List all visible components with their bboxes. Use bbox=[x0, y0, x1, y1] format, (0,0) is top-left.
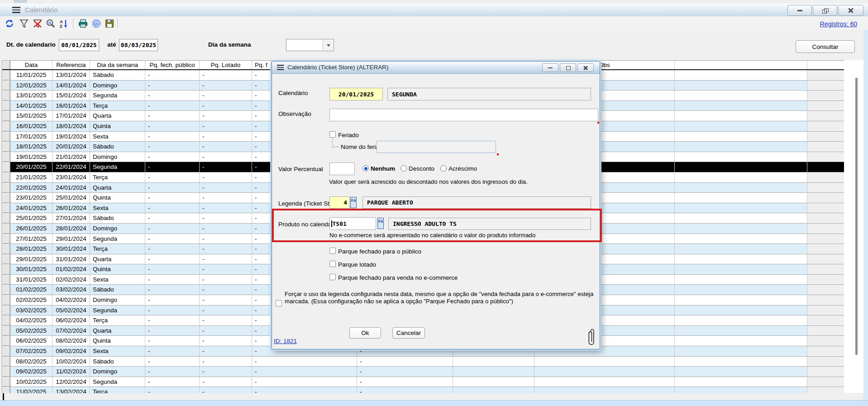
vertical-scrollbar[interactable] bbox=[855, 78, 858, 355]
cell-pq_fech: - bbox=[145, 326, 200, 336]
dialog-menu-hamburger-icon[interactable] bbox=[277, 65, 284, 71]
cell-pq_fech: - bbox=[145, 81, 200, 91]
valor-percentual-input[interactable] bbox=[329, 162, 355, 175]
column-header-sel[interactable] bbox=[2, 61, 10, 69]
calendario-date-input[interactable]: 20/01/2025 bbox=[329, 88, 383, 100]
cell-sel bbox=[2, 70, 10, 80]
table-row[interactable]: 09/02/202511/02/2024Domingo---- bbox=[2, 367, 844, 377]
nome-feriado-input[interactable] bbox=[377, 141, 496, 153]
feriado-label: Feriado bbox=[338, 132, 359, 139]
print-icon[interactable] bbox=[77, 18, 89, 29]
radio-desconto[interactable] bbox=[401, 165, 407, 172]
weekday-select[interactable] bbox=[286, 39, 334, 51]
registros-link[interactable]: Registros: 60 bbox=[820, 20, 857, 28]
cell-ref: 14/01/2024 bbox=[52, 81, 90, 91]
id-link[interactable]: ID: 1821 bbox=[274, 338, 297, 344]
cell-data: 12/01/2025 bbox=[10, 81, 52, 91]
observacao-input[interactable] bbox=[329, 109, 598, 121]
cell-pq_fech: - bbox=[145, 254, 200, 264]
minimize-button[interactable] bbox=[787, 5, 812, 16]
search-icon[interactable]: n bbox=[45, 18, 57, 29]
cell-pq_lotado: - bbox=[200, 81, 252, 91]
paperclip-icon[interactable] bbox=[588, 329, 595, 349]
dialog-restore-button[interactable] bbox=[560, 63, 576, 72]
cell-data: 01/02/2025 bbox=[10, 285, 52, 295]
column-header-data[interactable]: Data bbox=[10, 61, 52, 69]
cell-sel bbox=[2, 213, 10, 223]
radio-acrescimo[interactable] bbox=[440, 165, 447, 172]
feriado-connector bbox=[332, 139, 339, 147]
ok-button[interactable]: Ok bbox=[349, 327, 381, 339]
cell-fill bbox=[807, 346, 844, 356]
cell-dia: Sábado bbox=[90, 70, 145, 80]
parque-fechado-publico-checkbox[interactable] bbox=[329, 248, 336, 254]
cancelar-button[interactable]: Cancelar bbox=[392, 327, 425, 339]
restore-button[interactable] bbox=[813, 5, 837, 16]
cell-pq_fech: - bbox=[145, 111, 200, 121]
cell-pq_fech: - bbox=[145, 285, 200, 295]
column-header-ref[interactable]: Referencia bbox=[52, 61, 90, 69]
dialog-minimize-button[interactable] bbox=[542, 63, 558, 72]
cell-dia: Sábado bbox=[90, 142, 145, 152]
filter-clear-icon[interactable] bbox=[32, 18, 43, 29]
column-header-dia[interactable]: Dia da semana bbox=[90, 61, 145, 69]
refresh-icon[interactable] bbox=[4, 18, 15, 29]
produto-code-input[interactable]: TS01 bbox=[329, 217, 376, 230]
required-marker bbox=[597, 122, 599, 124]
cell-c10 bbox=[675, 234, 807, 244]
cell-pq_lotado: - bbox=[200, 183, 252, 193]
save-icon[interactable] bbox=[104, 18, 115, 29]
column-header-c10[interactable] bbox=[675, 61, 807, 69]
filter-icon[interactable] bbox=[18, 18, 30, 29]
dialog-close-button[interactable] bbox=[577, 63, 594, 72]
cell-sel bbox=[2, 315, 10, 325]
cell-pq_lotado: - bbox=[200, 121, 252, 131]
cell-dia: Domingo bbox=[90, 224, 145, 234]
cell-ref: 13/02/2024 bbox=[52, 387, 90, 393]
cell-c8 bbox=[453, 367, 534, 377]
cell-data: 22/01/2025 bbox=[10, 183, 52, 193]
consultar-button[interactable]: Consultar bbox=[796, 40, 855, 53]
parque-lotado-checkbox[interactable] bbox=[329, 261, 336, 267]
column-header-pq_fech[interactable]: Pq. fech. público bbox=[145, 61, 200, 69]
cell-sel bbox=[2, 91, 10, 100]
cell-fill bbox=[807, 264, 844, 274]
date-from-input[interactable]: 08/01/2025 bbox=[59, 39, 99, 51]
cell-data: 28/01/2025 bbox=[10, 244, 52, 254]
cell-dia: Quinta bbox=[90, 264, 145, 274]
cell-dia: Segunda bbox=[90, 234, 145, 244]
cell-ref: 10/02/2024 bbox=[52, 357, 90, 367]
cell-pq_lotado: - bbox=[200, 357, 252, 367]
produto-f4-button[interactable]: F4 bbox=[377, 218, 384, 229]
column-header-pq_lotado[interactable]: Pq. Lotado bbox=[200, 61, 252, 69]
forcar-legenda-checkbox[interactable] bbox=[276, 300, 282, 306]
legenda-f4-button[interactable]: F4 bbox=[350, 197, 357, 208]
cell-pq_fech: - bbox=[145, 346, 200, 356]
sort-az-icon[interactable]: AZ bbox=[58, 18, 70, 29]
cell-data: 17/01/2025 bbox=[10, 132, 52, 142]
cell-sel bbox=[2, 377, 10, 387]
column-header-fill[interactable] bbox=[807, 61, 844, 69]
menu-hamburger-icon[interactable] bbox=[12, 7, 20, 14]
table-row[interactable]: 08/02/202510/02/2024Sábado---- bbox=[2, 357, 844, 367]
feriado-checkbox[interactable] bbox=[329, 131, 336, 138]
cell-data: 05/02/2025 bbox=[10, 326, 52, 336]
radio-nenhum[interactable] bbox=[362, 165, 369, 172]
date-until-input[interactable]: 08/03/2025 bbox=[119, 39, 158, 51]
cell-data: 18/01/2025 bbox=[10, 142, 52, 152]
cell-fill bbox=[807, 234, 844, 244]
dialog-titlebar[interactable]: Calendário (Ticket Store) (ALTERAR) bbox=[272, 62, 600, 74]
cell-c10 bbox=[675, 285, 807, 295]
parque-fechado-ecommerce-checkbox[interactable] bbox=[329, 274, 336, 280]
cell-pq_lotado: - bbox=[200, 152, 252, 162]
cell-pq_lotado: - bbox=[200, 132, 252, 142]
cell-sel bbox=[2, 254, 10, 264]
table-row[interactable]: 10/02/202512/02/2024Segunda---- bbox=[2, 377, 844, 387]
process-ia-icon[interactable]: IA bbox=[91, 18, 102, 29]
cell-sel bbox=[2, 326, 10, 336]
cell-ref: 13/01/2024 bbox=[52, 70, 90, 80]
table-row[interactable]: 11/02/202513/02/2024Terça---- bbox=[2, 387, 844, 393]
legenda-code-input[interactable]: 4 bbox=[329, 196, 350, 209]
close-button[interactable] bbox=[838, 5, 863, 16]
cell-pq_fech: - bbox=[145, 295, 200, 305]
